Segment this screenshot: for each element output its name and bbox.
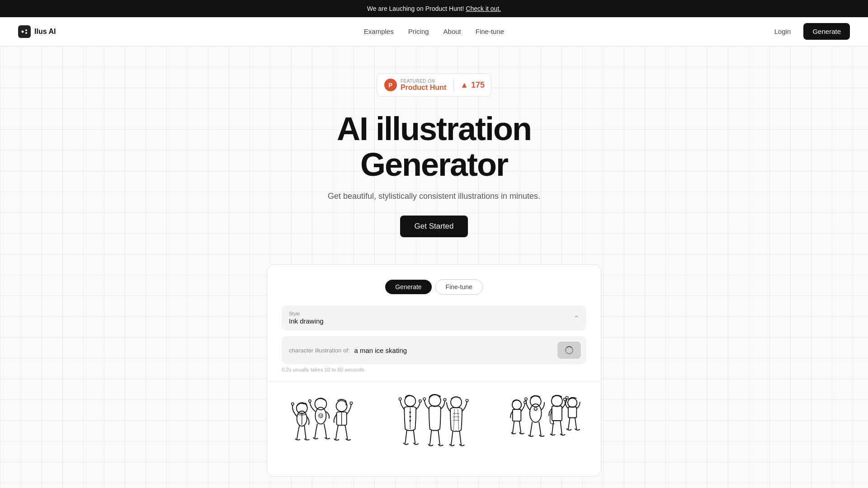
style-chevron-icon: ⌃ <box>574 314 579 322</box>
nav-examples[interactable]: Examples <box>364 28 394 35</box>
main-content: P FEATURED ON Product Hunt ▲ 175 AI illu… <box>0 46 868 488</box>
ph-upvote-arrow-icon: ▲ <box>460 80 468 90</box>
nav-finetune[interactable]: Fine-tune <box>476 28 504 35</box>
ph-text-block: FEATURED ON Product Hunt <box>401 79 446 92</box>
svg-point-1 <box>25 29 27 31</box>
svg-point-11 <box>320 415 321 416</box>
illustration-1 <box>273 387 373 471</box>
style-value: Ink drawing <box>289 317 324 325</box>
style-content: Style Ink drawing <box>289 311 324 325</box>
loading-spinner-icon <box>565 346 573 354</box>
illustration-cell-2 <box>378 381 490 476</box>
announcement-bar: We are Lauching on Product Hunt! Check i… <box>0 0 868 17</box>
announcement-link[interactable]: Check it out. <box>466 5 501 12</box>
generate-button[interactable]: Generate <box>803 23 850 40</box>
hero-title: AI illustration Generator <box>337 111 531 183</box>
app-preview-card: Generate Fine-tune Style Ink drawing ⌃ c… <box>267 264 601 477</box>
preview-tabs: Generate Fine-tune <box>282 279 586 295</box>
svg-point-13 <box>336 401 347 412</box>
nav-links: Examples Pricing About Fine-tune <box>364 28 504 35</box>
logo-icon <box>18 25 31 38</box>
svg-point-43 <box>552 396 562 407</box>
nav-right: Login Generate <box>769 23 850 40</box>
svg-point-17 <box>405 396 415 407</box>
illustration-3 <box>495 387 595 471</box>
navbar: Ilus AI Examples Pricing About Fine-tune… <box>0 17 868 46</box>
prompt-submit-button[interactable] <box>557 342 581 359</box>
svg-point-0 <box>22 30 24 33</box>
style-selector[interactable]: Style Ink drawing ⌃ <box>282 305 586 331</box>
get-started-button[interactable]: Get Started <box>400 216 468 237</box>
style-label: Style <box>289 311 324 316</box>
illustration-grid <box>267 381 601 476</box>
illustration-cell-3 <box>490 381 601 476</box>
ph-badge-right: ▲ 175 <box>454 80 491 90</box>
prompt-prefix: character illustration of: <box>289 347 349 354</box>
svg-rect-35 <box>513 409 521 421</box>
svg-rect-44 <box>552 406 562 421</box>
svg-line-33 <box>458 409 459 430</box>
tab-generate[interactable]: Generate <box>385 280 431 294</box>
svg-point-10 <box>319 414 323 418</box>
ph-badge-left: P FEATURED ON Product Hunt <box>377 79 454 92</box>
nav-pricing[interactable]: Pricing <box>408 28 429 35</box>
svg-point-2 <box>25 32 27 34</box>
logo-text: Ilus AI <box>34 28 56 36</box>
svg-point-46 <box>568 398 577 407</box>
nav-logo[interactable]: Ilus AI <box>18 25 56 38</box>
svg-point-41 <box>534 408 535 409</box>
svg-line-32 <box>453 409 454 430</box>
timing-text: 0.2s usually takes 10 to 60 seconds. <box>282 367 586 372</box>
illustration-cell-1 <box>267 381 378 476</box>
nav-about[interactable]: About <box>443 28 461 35</box>
ph-logo-icon: P <box>384 79 397 91</box>
announcement-text: We are Lauching on Product Hunt! <box>367 5 464 12</box>
svg-point-24 <box>429 395 441 407</box>
ph-upvote-count: 175 <box>471 80 485 90</box>
prompt-text[interactable]: a man ice skating <box>354 347 553 354</box>
hero-title-line1: AI illustration <box>337 111 531 147</box>
svg-rect-47 <box>568 407 577 418</box>
prompt-row: character illustration of: a man ice ska… <box>282 336 586 364</box>
hero-subtitle: Get beautiful, stylistically consistent … <box>328 192 540 201</box>
svg-point-42 <box>536 408 537 409</box>
ph-name: Product Hunt <box>401 84 446 92</box>
illustration-2 <box>384 387 484 471</box>
hero-title-line2: Generator <box>360 146 508 183</box>
login-button[interactable]: Login <box>769 24 797 39</box>
product-hunt-badge[interactable]: P FEATURED ON Product Hunt ▲ 175 <box>377 73 491 97</box>
svg-point-12 <box>321 415 322 416</box>
ph-featured-label: FEATURED ON <box>401 79 446 84</box>
tab-finetune[interactable]: Fine-tune <box>435 279 483 295</box>
